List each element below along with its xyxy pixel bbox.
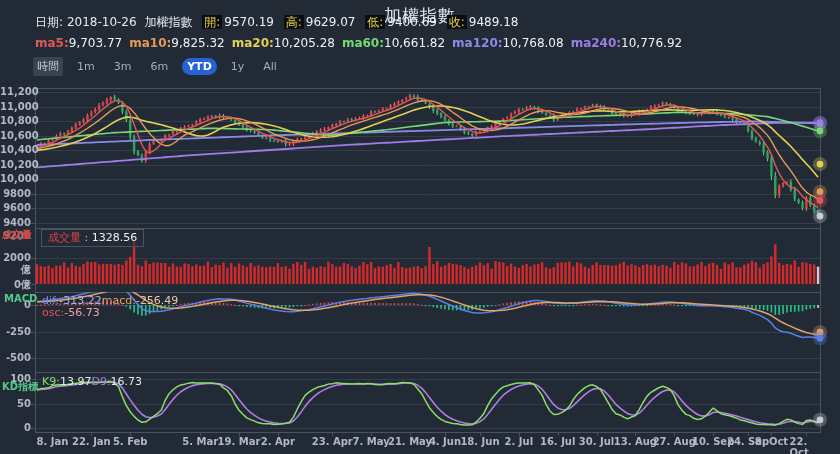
macd-ytick: -500 xyxy=(0,352,31,363)
xaxis-label: 8. Oct xyxy=(755,436,788,447)
volume-legend-value: 1328.56 xyxy=(92,231,138,244)
time-range-toolbar: 時間1m3m6mYTD1yAll xyxy=(33,57,282,76)
xaxis-label: 22. Oct xyxy=(790,436,824,454)
volume-ytick: 0億 xyxy=(0,278,31,292)
xaxis-label: 23. Apr xyxy=(312,436,353,447)
xaxis-label: 30. Jul xyxy=(579,436,614,447)
macd-legend-line2: osc:-56.73 xyxy=(42,306,100,319)
k9-label: K9: xyxy=(42,375,60,388)
ma-legend-item-2: ma10:9,825.32 xyxy=(129,36,225,50)
d9-label: D9: xyxy=(91,375,110,388)
range-button-6m[interactable]: 6m xyxy=(145,58,173,75)
high-value: 9629.07 xyxy=(306,15,356,29)
macd-value: -256.49 xyxy=(136,294,178,307)
price-ytick: 11,200 xyxy=(0,86,31,97)
ma-legend-item-5: ma120:10,768.08 xyxy=(452,36,564,50)
price-ytick: 10,200 xyxy=(0,159,31,170)
macd-pane-title: MACD xyxy=(4,293,37,304)
xaxis-label: 7. May xyxy=(353,436,390,447)
volume-ytick: 2000億 xyxy=(0,252,31,277)
xaxis-label: 5. Mar xyxy=(182,436,218,447)
kdj-pane-title: KD指標 xyxy=(2,380,38,394)
xaxis-label: 5. Feb xyxy=(113,436,148,447)
xaxis-label: 8. Jan xyxy=(37,436,69,447)
kdj-ytick: 50 xyxy=(0,398,31,409)
kdj-legend: K9:13.97D9:16.73 xyxy=(42,375,142,388)
osc-label: osc: xyxy=(42,306,64,319)
range-button-1y[interactable]: 1y xyxy=(226,58,250,75)
xaxis-label: 2. Apr xyxy=(261,436,295,447)
low-label: 低: xyxy=(365,15,385,29)
xaxis-label: 18. Jun xyxy=(460,436,499,447)
xaxis-label: 19. Mar xyxy=(218,436,261,447)
price-ytick: 10,600 xyxy=(0,130,31,141)
macd-ytick: -250 xyxy=(0,326,31,337)
close-value: 9489.18 xyxy=(469,15,519,29)
date-label: 日期: xyxy=(35,15,63,29)
xaxis-label: 13. Aug xyxy=(614,436,657,447)
xaxis-label: 2. Jul xyxy=(505,436,534,447)
low-value: 9400.69 xyxy=(387,15,437,29)
price-ytick: 9400 xyxy=(0,217,31,228)
toolbar-label: 時間 xyxy=(33,57,63,76)
ma-legend-item-6: ma240:10,776.92 xyxy=(571,36,683,50)
xaxis-label: 16. Jul xyxy=(540,436,575,447)
price-ytick: 11,000 xyxy=(0,101,31,112)
ma-legend-item-4: ma60:10,661.82 xyxy=(342,36,445,50)
d9-value: 16.73 xyxy=(111,375,143,388)
ma-legend-item-1: ma5:9,703.77 xyxy=(35,36,122,50)
k9-value: 13.97 xyxy=(60,375,92,388)
volume-legend: 成交量 : 1328.56 xyxy=(41,229,144,247)
open-value: 9570.19 xyxy=(224,15,274,29)
xaxis-label: 21. May xyxy=(388,436,432,447)
open-label: 開: xyxy=(202,15,222,29)
ma-legend-item-3: ma20:10,205.28 xyxy=(232,36,335,50)
xaxis-label: 27. Aug xyxy=(653,436,696,447)
price-ytick: 10,800 xyxy=(0,115,31,126)
price-ytick: 9600 xyxy=(0,202,31,213)
range-button-1m[interactable]: 1m xyxy=(72,58,100,75)
kdj-ytick: 0 xyxy=(0,422,31,433)
xaxis-label: 4. Jun xyxy=(429,436,461,447)
index-name: 加權指數 xyxy=(144,15,192,29)
high-label: 高: xyxy=(284,15,304,29)
range-button-3m[interactable]: 3m xyxy=(109,58,137,75)
volume-legend-sep: : xyxy=(81,231,92,244)
range-button-ytd[interactable]: YTD xyxy=(182,58,217,75)
volume-legend-label: 成交量 xyxy=(48,231,81,244)
price-ytick: 10,400 xyxy=(0,144,31,155)
close-label: 收: xyxy=(447,15,467,29)
price-ytick: 9800 xyxy=(0,188,31,199)
ohlc-info-line: 日期: 2018-10-26 加權指數 開:9570.19 高:9629.07 … xyxy=(35,14,518,31)
price-ytick: 10,000 xyxy=(0,173,31,184)
range-button-all[interactable]: All xyxy=(258,58,282,75)
chart-app: 加權指數 日期: 2018-10-26 加權指數 開:9570.19 高:962… xyxy=(0,0,840,454)
xaxis-label: 22. Jan xyxy=(72,436,111,447)
macd-label: macd: xyxy=(102,294,136,307)
date-value: 2018-10-26 xyxy=(67,15,137,29)
ma-legend: ma5:9,703.77ma10:9,825.32ma20:10,205.28m… xyxy=(35,36,689,50)
osc-value: -56.73 xyxy=(64,306,99,319)
volume-pane-title: 成交量 xyxy=(2,228,32,242)
